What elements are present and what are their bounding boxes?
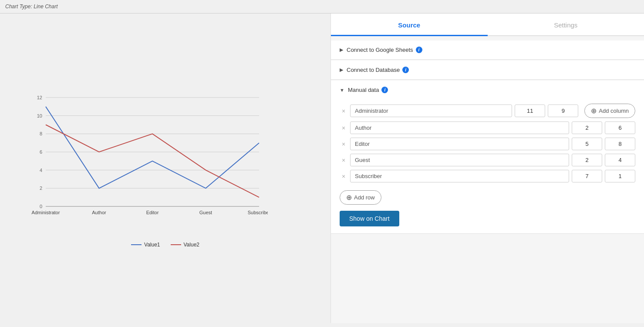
remove-row-button[interactable]: × <box>340 125 347 131</box>
row-val1-input[interactable] <box>572 121 602 134</box>
chart-legend: Value1 Value2 <box>24 242 307 248</box>
legend-line-value2 <box>171 244 181 245</box>
chart-type-label: Chart Type: Line Chart <box>0 0 644 13</box>
svg-text:Editor: Editor <box>146 210 158 215</box>
row-val1-input[interactable] <box>572 170 602 182</box>
row-val2-input[interactable] <box>605 170 635 182</box>
database-label: Connect to Database <box>347 67 400 73</box>
row-name-input[interactable] <box>350 138 569 150</box>
google-sheets-label: Connect to Google Sheets <box>347 47 413 53</box>
svg-text:Guest: Guest <box>199 210 212 215</box>
add-column-plus-icon: ⊕ <box>591 107 597 115</box>
row-val2-input[interactable] <box>548 105 578 117</box>
table-row: ×⊕Add column <box>340 104 635 118</box>
row-val1-input[interactable] <box>572 154 602 166</box>
manual-data-info-icon: i <box>381 87 388 93</box>
table-row: × <box>340 154 635 166</box>
svg-text:Administrator: Administrator <box>31 210 60 215</box>
manual-data-section: ▼ Manual data i ×⊕Add column×××× ⊕ Add r… <box>331 81 644 234</box>
table-row: × <box>340 170 635 182</box>
manual-data-chevron-icon: ▼ <box>340 88 344 93</box>
legend-item-value1: Value1 <box>131 242 160 248</box>
manual-data-header[interactable]: ▼ Manual data i <box>331 81 644 99</box>
tab-settings[interactable]: Settings <box>488 13 644 36</box>
database-header[interactable]: ▶ Connect to Database i <box>331 61 644 79</box>
legend-line-value1 <box>131 244 142 245</box>
right-panel: Source Settings ▶ Connect to Google Shee… <box>330 13 644 323</box>
chart-wrapper: 024681012AdministratorAuthorEditorGuestS… <box>24 89 307 248</box>
add-row-plus-icon: ⊕ <box>346 193 352 202</box>
database-chevron-icon: ▶ <box>340 67 343 73</box>
remove-row-button[interactable]: × <box>340 173 347 180</box>
add-column-label: Add column <box>599 108 629 114</box>
google-sheets-chevron-icon: ▶ <box>340 47 343 53</box>
chart-area: 024681012AdministratorAuthorEditorGuestS… <box>0 13 330 323</box>
svg-text:Subscriber: Subscriber <box>247 210 267 215</box>
legend-label-value1: Value1 <box>144 242 160 248</box>
remove-row-button[interactable]: × <box>340 157 347 164</box>
row-val2-input[interactable] <box>605 154 635 166</box>
line-chart-svg: 024681012AdministratorAuthorEditorGuestS… <box>24 89 268 237</box>
manual-data-body: ×⊕Add column×××× ⊕ Add row Show on Chart <box>331 99 644 233</box>
table-row: × <box>340 138 635 150</box>
row-name-input[interactable] <box>350 121 569 134</box>
row-val2-input[interactable] <box>605 121 635 134</box>
legend-item-value2: Value2 <box>171 242 199 248</box>
remove-row-button[interactable]: × <box>340 108 347 115</box>
manual-data-label: Manual data <box>348 87 379 93</box>
google-sheets-section: ▶ Connect to Google Sheets i <box>331 40 644 60</box>
database-info-icon: i <box>402 67 409 73</box>
remove-row-button[interactable]: × <box>340 141 347 148</box>
svg-text:10: 10 <box>37 113 42 118</box>
svg-text:2: 2 <box>39 185 42 191</box>
svg-text:Author: Author <box>92 210 106 215</box>
svg-text:12: 12 <box>37 95 42 100</box>
add-row-button[interactable]: ⊕ Add row <box>340 190 381 205</box>
row-val1-input[interactable] <box>515 105 545 117</box>
add-row-label: Add row <box>354 194 375 201</box>
tabs-row: Source Settings <box>331 13 644 36</box>
row-name-input[interactable] <box>350 105 512 117</box>
google-sheets-header[interactable]: ▶ Connect to Google Sheets i <box>331 40 644 59</box>
row-name-input[interactable] <box>350 154 569 166</box>
google-sheets-info-icon: i <box>416 47 422 53</box>
table-row: × <box>340 121 635 134</box>
svg-text:8: 8 <box>39 131 42 136</box>
show-chart-button[interactable]: Show on Chart <box>340 211 399 226</box>
row-val1-input[interactable] <box>572 138 602 150</box>
add-column-button[interactable]: ⊕Add column <box>584 104 635 118</box>
svg-text:0: 0 <box>39 204 42 209</box>
data-table: ×⊕Add column×××× <box>340 104 635 182</box>
row-name-input[interactable] <box>350 170 569 182</box>
svg-text:4: 4 <box>39 168 42 173</box>
panel-content: ▶ Connect to Google Sheets i ▶ Connect t… <box>331 36 644 323</box>
legend-label-value2: Value2 <box>184 242 199 248</box>
database-section: ▶ Connect to Database i <box>331 61 644 80</box>
svg-text:6: 6 <box>39 149 42 155</box>
row-val2-input[interactable] <box>605 138 635 150</box>
tab-source[interactable]: Source <box>331 13 488 36</box>
